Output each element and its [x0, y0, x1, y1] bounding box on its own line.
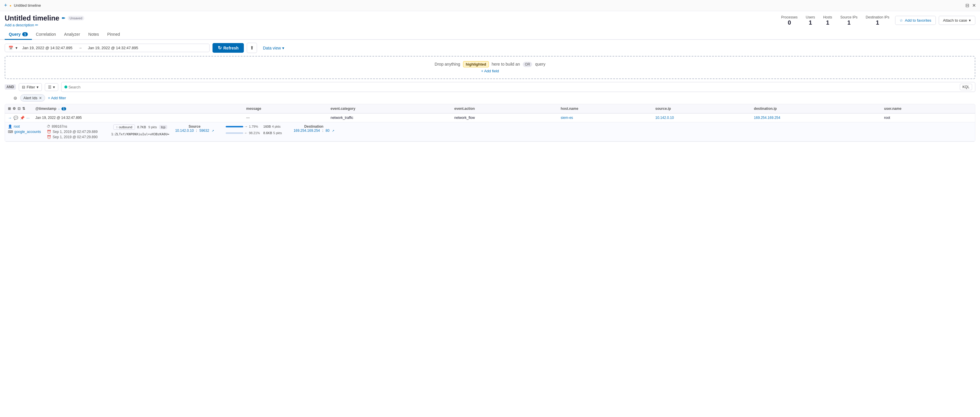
tab-query[interactable]: Query 1 [5, 30, 32, 40]
row-timestamp: Jan 19, 2022 @ 14:32:47.895 [32, 113, 243, 123]
kql-button[interactable]: KQL [960, 84, 972, 90]
table-gear-icon[interactable]: ⚙ [13, 107, 16, 111]
connection-status-indicator [64, 86, 67, 88]
add-field-link[interactable]: + Add field [481, 69, 499, 73]
minimize-icon[interactable]: ⊟ [966, 3, 969, 8]
source-section: Source 10.142.0.10 : 59632 ↗ [175, 124, 214, 135]
source-port[interactable]: 59632 [199, 129, 209, 133]
dest-ip[interactable]: 169.254.169.254 [294, 129, 320, 133]
main-header: Untitled timeline ✏ Unsaved Add a descri… [0, 11, 980, 27]
toolbar: 📅 ▾ Jan 19, 2022 @ 14:32:47.895 → Jan 19… [0, 40, 980, 56]
query-drop-area: Drop anything highlighted here to build … [5, 56, 975, 79]
stat-users: Users 1 [806, 15, 815, 26]
direction-arrow-icon: ↑ [116, 125, 118, 129]
user-icon: 👤 [8, 124, 12, 129]
expanded-row-content: 👤 root ⌨ google_accounts ⏱ [5, 123, 975, 142]
tab-analyzer[interactable]: Analyzer [60, 30, 84, 40]
session-key: 1:ZLTxf/KNP0NXiuIul+vH3BzKA0U= [111, 132, 169, 136]
tab-correlation[interactable]: Correlation [32, 30, 60, 40]
source-external-link-icon[interactable]: ↗ [212, 129, 214, 132]
date-end: Jan 19, 2022 @ 14:32:47.895 [88, 46, 138, 50]
tab-pinned[interactable]: Pinned [103, 30, 124, 40]
stat-source-ips: Source IPs 1 [840, 15, 858, 26]
stat-hosts[interactable]: Hosts 1 [823, 15, 832, 26]
col-destination-ip[interactable]: destination.ip [751, 104, 881, 113]
row-message: — [243, 113, 328, 123]
description-edit-icon: ✏ [35, 23, 38, 27]
query-tab-badge: 1 [22, 32, 27, 36]
expanded-flow: ↑ outbound 8.7KB 9 pkts tcp 1:ZLTxf/KNP0… [111, 124, 169, 136]
row-destination-ip: 169.254.169.254 [751, 113, 881, 123]
filter-chevron-icon: ▾ [37, 85, 39, 89]
table-panel-icon[interactable]: ⊡ [18, 107, 21, 111]
col-message[interactable]: message [243, 104, 328, 113]
date-arrow-icon: → [78, 46, 82, 50]
dest-flow-arrow: ← [244, 131, 248, 135]
date-chevron-icon[interactable]: ▾ [16, 46, 18, 50]
columns-icon: ☰ [48, 85, 51, 89]
col-row-controls: ⊞ ⚙ ⊡ ⇅ [5, 104, 32, 113]
table-expand-icon[interactable]: ⇅ [22, 107, 25, 111]
col-host-name[interactable]: host.name [558, 104, 652, 113]
row-actions-cell: → 💬 📌 ··· [5, 113, 32, 123]
user-root[interactable]: root [14, 124, 20, 129]
events-table-container: ⊞ ⚙ ⊡ ⇅ @timestamp ↓ 1 message event.cat… [5, 104, 975, 142]
table-settings-icon[interactable]: ⊞ [8, 107, 11, 111]
or-badge: OR [523, 62, 532, 67]
unsaved-dot: ● [10, 4, 12, 7]
data-view-button[interactable]: Data view ▾ [260, 44, 287, 53]
col-timestamp[interactable]: @timestamp ↓ 1 [32, 104, 243, 113]
col-user-name[interactable]: user.name [881, 104, 975, 113]
page-title: Untitled timeline [5, 14, 59, 22]
columns-chevron-icon: ▾ [53, 85, 55, 89]
destination-section: Destination 169.254.169.254 : 80 ↗ [294, 124, 334, 135]
row-note-icon[interactable]: 💬 [13, 116, 18, 120]
filter-button[interactable]: ⊟ Filter ▾ [19, 83, 42, 91]
col-source-ip[interactable]: source.ip [652, 104, 751, 113]
events-table: ⊞ ⚙ ⊡ ⇅ @timestamp ↓ 1 message event.cat… [5, 104, 975, 142]
action-buttons: ☆ Add to favorites Attach to case ▾ [895, 16, 975, 25]
row-expand-icon[interactable]: → [8, 116, 12, 120]
attach-chevron-icon: ▾ [969, 18, 971, 22]
search-input[interactable] [68, 85, 958, 89]
add-timeline-icon[interactable]: + [4, 2, 7, 8]
row-event-action: network_flow [451, 113, 558, 123]
share-button[interactable]: ⬆ [247, 43, 257, 53]
dest-port[interactable]: 80 [326, 129, 329, 133]
add-filter-link[interactable]: + Add filter [48, 96, 66, 100]
expanded-row: 👤 root ⌨ google_accounts ⏱ [5, 123, 975, 142]
tabs: Query 1 Correlation Analyzer Notes Pinne… [0, 30, 980, 40]
star-icon: ☆ [899, 18, 903, 22]
columns-button[interactable]: ☰ ▾ [45, 83, 58, 91]
close-icon[interactable]: ✕ [972, 3, 976, 8]
search-container: KQL [61, 82, 975, 92]
terminal-icon: ⌨ [8, 130, 13, 134]
topbar-timeline-title: Untitled timeline [14, 3, 41, 8]
alert-ids-tag-close[interactable]: ✕ [39, 96, 42, 100]
stats-section: Processes 0 Users 1 Hosts 1 Source IPs 1… [781, 15, 889, 26]
row-event-category: network_traffic [328, 113, 451, 123]
row-more-icon[interactable]: ··· [26, 116, 30, 120]
filter-tag-icon: ⊜ [13, 95, 17, 101]
col-event-category[interactable]: event.category [328, 104, 451, 113]
add-to-favorites-button[interactable]: ☆ Add to favorites [895, 16, 935, 25]
date-range-picker[interactable]: 📅 ▾ Jan 19, 2022 @ 14:32:47.895 → Jan 19… [5, 44, 210, 52]
expanded-time-details: ⏱ 899167ns ⏰ Sep 1, 2019 @ 02:47:29.889 … [47, 124, 105, 139]
user-google-accounts[interactable]: google_accounts [14, 130, 41, 134]
add-description-link[interactable]: Add a description ✏ [5, 23, 775, 27]
refresh-button[interactable]: ↻ Refresh [213, 43, 244, 53]
alert-ids-filter-tag: Alert Ids ✕ [20, 94, 45, 102]
filter-icon: ⊟ [22, 85, 25, 89]
source-ip[interactable]: 10.142.0.10 [175, 129, 194, 133]
attach-to-case-button[interactable]: Attach to case ▾ [939, 16, 975, 25]
calendar-icon: 📅 [8, 46, 13, 50]
title-edit-icon[interactable]: ✏ [62, 16, 65, 21]
col-event-action[interactable]: event.action [451, 104, 558, 113]
table-header-row: ⊞ ⚙ ⊡ ⇅ @timestamp ↓ 1 message event.cat… [5, 104, 975, 113]
dest-external-link-icon[interactable]: ↗ [332, 129, 334, 132]
tab-notes[interactable]: Notes [84, 30, 103, 40]
filter-tags-row: ⊜ Alert Ids ✕ + Add filter [0, 94, 980, 104]
row-pin-icon[interactable]: 📌 [20, 116, 25, 120]
data-view-chevron-icon: ▾ [282, 46, 284, 50]
direction-badge: ↑ outbound [113, 124, 135, 130]
